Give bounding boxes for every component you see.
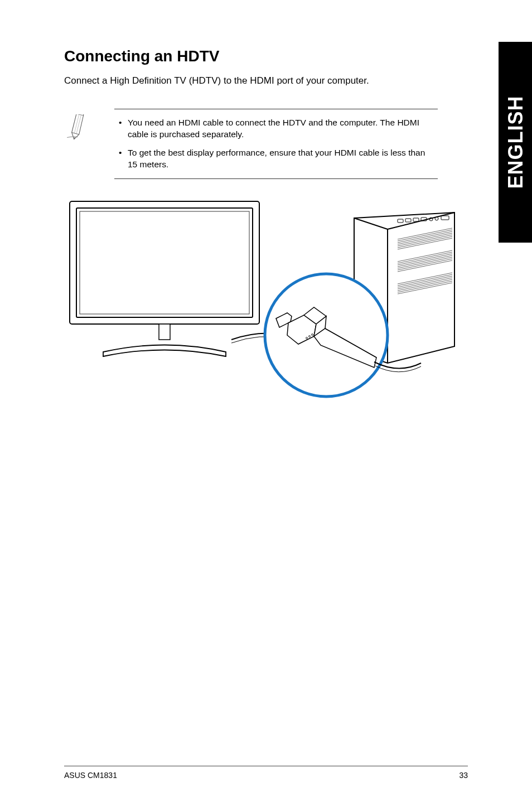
footer-model: ASUS CM1831 bbox=[64, 771, 117, 780]
note-block: You need an HDMI cable to connect the HD… bbox=[64, 109, 438, 179]
page-title: Connecting an HDTV bbox=[64, 47, 499, 65]
hdtv-illustration bbox=[70, 201, 259, 356]
svg-rect-3 bbox=[159, 324, 170, 340]
pencil-icon bbox=[64, 109, 114, 146]
connection-diagram bbox=[64, 196, 460, 408]
footer-page-number: 33 bbox=[459, 771, 468, 780]
note-content: You need an HDMI cable to connect the HD… bbox=[114, 109, 438, 179]
intro-text: Connect a High Definition TV (HDTV) to t… bbox=[64, 75, 499, 86]
note-item: To get the best display performance, ens… bbox=[118, 147, 434, 171]
svg-rect-2 bbox=[80, 211, 249, 314]
language-tab-label: ENGLISH bbox=[504, 95, 527, 189]
language-tab: ENGLISH bbox=[499, 42, 532, 243]
note-item: You need an HDMI cable to connect the HD… bbox=[118, 117, 434, 141]
page-footer: ASUS CM1831 33 bbox=[64, 766, 468, 780]
page: ENGLISH Connecting an HDTV Connect a Hig… bbox=[0, 0, 532, 802]
